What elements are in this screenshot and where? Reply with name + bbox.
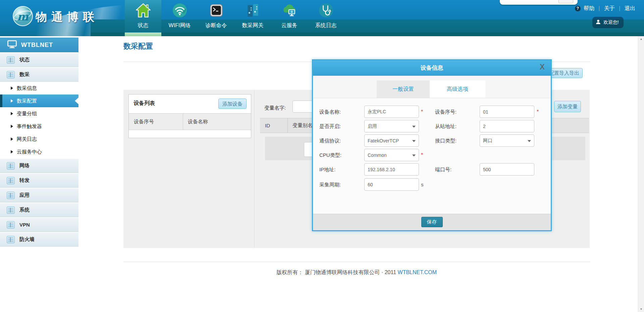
footer-copyright: 版权所有： 厦门物通博联网络科技有限公司 · 2011 WTBLNET.COM (123, 269, 590, 276)
add-variable-button[interactable]: 添加变量 (554, 101, 581, 112)
sidebar-subitem-event-triggers[interactable]: 事件触发器 (0, 120, 78, 133)
nav-tab-label: 云服务 (271, 22, 308, 29)
column-header-id: ID (260, 118, 288, 133)
modal-header: 设备信息 X (313, 60, 551, 76)
sidebar-item-label: 状态 (19, 57, 30, 63)
home-icon (136, 3, 151, 18)
slave-address-input[interactable] (480, 120, 534, 132)
sidebar-item-network[interactable]: 网络 (0, 159, 78, 173)
site-link[interactable]: WTBLNET.COM (398, 269, 437, 275)
device-no-input[interactable] (480, 106, 534, 118)
save-button[interactable]: 保存 (421, 217, 443, 227)
enabled-select-value: 启用 (368, 123, 377, 129)
close-icon[interactable]: X (540, 63, 545, 71)
sidebar-subitem-label: 事件触发器 (17, 123, 42, 130)
about-link[interactable]: 关于 (603, 5, 616, 12)
help-link[interactable]: 帮助 (582, 5, 596, 12)
logo-text: 物通博联 (36, 9, 99, 25)
interface-type-label: 接口类型: (435, 138, 457, 144)
page-title: 数采配置 (123, 41, 153, 51)
sidebar-subitem-cloud-center[interactable]: 云服务中心 (0, 145, 78, 158)
collection-period-input[interactable] (364, 178, 419, 191)
sidebar-item-label: 转发 (19, 177, 30, 184)
chevron-down-icon (412, 126, 416, 128)
nav-tab-diagnostics[interactable]: 诊断命令 (198, 0, 234, 36)
sidebar-item-system[interactable]: 系统 (0, 203, 78, 217)
sidebar-brand-label: WTBLNET (21, 42, 53, 49)
add-device-button[interactable]: 添加设备 (218, 99, 247, 109)
sidebar-item-applications[interactable]: 应用 (0, 188, 78, 202)
vertical-scrollbar[interactable]: ▲ ▼ (638, 36, 644, 312)
scroll-up-icon[interactable]: ▲ (638, 36, 644, 42)
nav-tab-label: 状态 (125, 22, 161, 29)
device-table-empty-row (129, 130, 251, 138)
header-search-button[interactable] (558, 0, 573, 3)
tab-advanced-options[interactable]: 高级选项 (430, 80, 485, 98)
cpu-type-select-value: Common (368, 152, 387, 158)
caret-right-icon (11, 112, 13, 115)
cpu-type-select[interactable]: Common (364, 149, 419, 161)
device-no-label: 设备序号: (435, 109, 457, 115)
nav-tab-cloud[interactable]: 云服务 (271, 0, 308, 36)
protocol-select[interactable]: FatekOverTCP (364, 134, 419, 147)
sidebar-subitem-label: 云服务中心 (17, 149, 42, 155)
sidebar-item-firewall[interactable]: 防火墙 (0, 233, 78, 247)
chevron-down-icon (528, 140, 531, 142)
sidebar-subitem-label: 数采配置 (17, 98, 37, 104)
footer-divider (123, 262, 590, 262)
enabled-select[interactable]: 启用 (364, 120, 419, 132)
sidebar-subitem-label: 变量分组 (17, 111, 37, 117)
caret-right-icon (11, 125, 13, 128)
required-asterisk: * (421, 109, 423, 115)
table-icon (7, 177, 15, 184)
caret-right-icon (11, 86, 13, 90)
welcome-badge: 欢迎您! (592, 17, 624, 28)
nav-tab-status[interactable]: 状态 (125, 0, 161, 36)
table-icon (7, 192, 15, 199)
welcome-text: 欢迎您! (603, 19, 619, 25)
sidebar-subitem-variable-groups[interactable]: 变量分组 (0, 107, 78, 120)
sidebar-item-data-acquisition[interactable]: 数采 (0, 68, 78, 82)
ip-address-label: IP地址: (319, 167, 335, 173)
header-links: ? 帮助 关于 退出 (575, 5, 637, 12)
column-header-device-no: 设备序号 (129, 114, 183, 130)
sidebar-item-vpn[interactable]: VPN (0, 218, 78, 232)
interface-type-select[interactable]: 网口 (480, 134, 534, 147)
nav-tab-label: 数采网关 (234, 22, 271, 29)
sidebar-brand: WTBLNET (0, 38, 78, 52)
device-name-input[interactable] (364, 106, 419, 118)
scroll-down-icon[interactable]: ▼ (638, 306, 644, 312)
sidebar-subitem-da-info[interactable]: 数采信息 (0, 82, 78, 95)
caret-right-icon (11, 150, 13, 153)
port-input[interactable] (480, 163, 534, 176)
header: m 物通博联 状态 (0, 0, 644, 36)
tab-general-settings[interactable]: 一般设置 (377, 80, 430, 98)
monitor-icon (7, 40, 17, 50)
device-list-header: 设备列表 添加设备 (129, 95, 251, 113)
nav-tab-wifi[interactable]: WIFI网络 (161, 0, 198, 36)
sidebar-subitem-da-config[interactable]: 数采配置 (0, 95, 78, 107)
port-label: 端口号: (435, 167, 451, 173)
nav-tab-syslog[interactable]: 系统日志 (308, 0, 344, 36)
device-list-card: 设备列表 添加设备 设备序号 设备名称 (128, 94, 251, 138)
sidebar-subitem-gateway-logs[interactable]: 网关日志 (0, 133, 78, 145)
sidebar-item-status[interactable]: 状态 (0, 53, 78, 67)
nav-tab-label: 系统日志 (308, 22, 344, 29)
nav-tab-gateway[interactable]: 数采网关 (234, 0, 271, 36)
question-icon: ? (575, 6, 581, 11)
ip-address-input[interactable] (364, 163, 419, 176)
table-icon (7, 206, 15, 214)
device-list-title: 设备列表 (133, 100, 155, 107)
logout-link[interactable]: 退出 (623, 5, 637, 12)
separator (599, 6, 599, 11)
slave-address-label: 从站地址: (435, 123, 457, 130)
sidebar-item-label: VPN (19, 222, 30, 228)
header-search-input[interactable] (502, 0, 554, 4)
copyright-text: 版权所有： 厦门物通博联网络科技有限公司 · 2011 (276, 269, 398, 275)
modal-tab-bar: 一般设置 高级选项 (313, 76, 551, 98)
sidebar-item-label: 应用 (19, 192, 30, 198)
page: m 物通博联 状态 (0, 0, 644, 312)
variable-name-label: 变量名字: (264, 105, 286, 111)
sidebar-item-forwarding[interactable]: 转发 (0, 174, 78, 188)
panel-divider (254, 90, 255, 248)
